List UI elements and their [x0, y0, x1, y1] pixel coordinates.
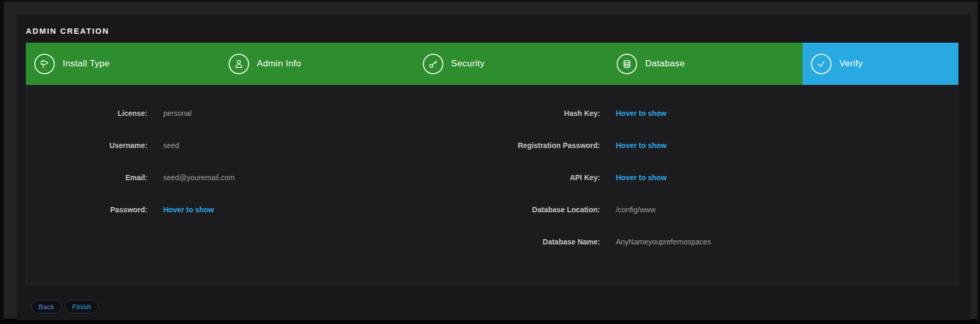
wizard-actions: Back Finish: [26, 300, 962, 313]
wizard-step-admin-info[interactable]: Admin Info: [220, 43, 414, 85]
key-icon: [423, 54, 443, 74]
license-label: License:: [26, 109, 147, 117]
password-reveal-link[interactable]: Hover to show: [163, 205, 214, 214]
wizard-steps: Install Type Admin Info Security Databas…: [26, 43, 958, 85]
signpost-icon: [34, 54, 55, 74]
registration-password-label: Registration Password:: [492, 141, 600, 150]
username-value: seed: [163, 141, 179, 150]
form-row-database-name: Database Name: AnyNameyouprefernospaces: [492, 225, 958, 258]
page-background: ADMIN CREATION Install Type Admin Info S…: [0, 0, 980, 324]
form-row-database-location: Database Location: /config/www: [492, 193, 958, 225]
finish-button[interactable]: Finish: [65, 300, 98, 313]
form-row-api-key: API Key: Hover to show: [492, 161, 958, 193]
database-name-label: Database Name:: [492, 238, 600, 246]
wizard-step-install-type[interactable]: Install Type: [26, 43, 220, 85]
wizard-step-label: Verify: [839, 58, 863, 69]
wizard-step-verify[interactable]: Verify: [803, 43, 958, 85]
username-label: Username:: [26, 141, 147, 150]
back-button[interactable]: Back: [31, 300, 62, 313]
check-icon: [811, 54, 831, 74]
database-location-value: /config/www: [616, 205, 656, 214]
user-icon: [229, 54, 249, 74]
license-value: personal: [163, 109, 192, 117]
form-row-hash-key: Hash Key: Hover to show: [492, 97, 958, 129]
wizard-step-label: Admin Info: [257, 58, 301, 69]
verify-summary-form: License: personal Username: seed Email: …: [26, 85, 958, 285]
form-row-email: Email: seed@youremail.com: [26, 161, 492, 193]
form-column-left: License: personal Username: seed Email: …: [26, 97, 492, 284]
email-label: Email:: [26, 173, 147, 182]
wizard-step-database[interactable]: Database: [608, 43, 803, 85]
hash-key-reveal-link[interactable]: Hover to show: [616, 109, 667, 117]
wizard-step-label: Database: [645, 58, 685, 69]
database-location-label: Database Location:: [492, 205, 600, 214]
api-key-label: API Key:: [492, 173, 600, 182]
api-key-reveal-link[interactable]: Hover to show: [616, 173, 667, 182]
database-icon: [617, 54, 637, 74]
form-row-license: License: personal: [26, 97, 492, 129]
email-value: seed@youremail.com: [163, 173, 235, 182]
admin-creation-panel: ADMIN CREATION Install Type Admin Info S…: [17, 15, 971, 320]
hash-key-label: Hash Key:: [492, 109, 600, 117]
form-row-password: Password: Hover to show: [26, 193, 492, 225]
wizard-step-label: Security: [451, 58, 485, 69]
form-row-username: Username: seed: [26, 129, 492, 161]
wizard-step-label: Install Type: [63, 58, 110, 69]
page-title: ADMIN CREATION: [26, 15, 962, 34]
password-label: Password:: [26, 205, 147, 214]
database-name-value: AnyNameyouprefernospaces: [616, 238, 711, 246]
form-column-right: Hash Key: Hover to show Registration Pas…: [492, 97, 958, 284]
registration-password-reveal-link[interactable]: Hover to show: [616, 141, 667, 150]
wizard-step-security[interactable]: Security: [414, 43, 609, 85]
form-row-registration-password: Registration Password: Hover to show: [492, 129, 958, 161]
